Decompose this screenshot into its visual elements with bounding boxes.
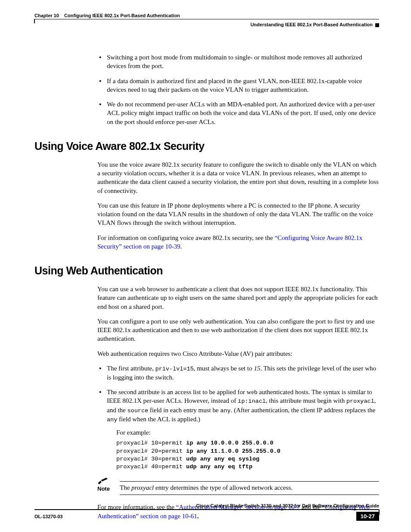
note-rule-after [120, 495, 379, 495]
inline-code: proxyacl [346, 398, 374, 404]
heading-voice-aware: Using Voice Aware 802.1x Security [34, 140, 379, 152]
note-text: The proxyacl entry determines the type o… [120, 483, 379, 492]
running-header: Chapter 10 Configuring IEEE 802.1x Port-… [34, 13, 379, 19]
heading-web-auth: Using Web Authentication [34, 264, 379, 277]
paragraph: You use the voice aware 802.1x security … [97, 160, 379, 195]
inline-code: source [127, 408, 148, 414]
header-rule [34, 19, 379, 19]
note-rule [120, 481, 379, 482]
header-marker-icon [375, 23, 379, 27]
footer-rule [34, 509, 379, 510]
page-footer: Cisco Catalyst Blade Switch 3130 and 303… [34, 503, 379, 521]
paragraph: You can use a web browser to authenticat… [97, 285, 379, 311]
example-lead: For example: [116, 428, 379, 437]
chapter-title: Configuring IEEE 802.1x Port-Based Authe… [64, 13, 180, 18]
note-block: Note The proxyacl entry determines the t… [97, 477, 379, 492]
intro-bullet-list: Switching a port host mode from multidom… [97, 53, 379, 126]
section-header: Understanding IEEE 802.1x Port-Based Aut… [34, 22, 379, 27]
web-bullet-list: The first attribute, priv-lvl=15, must a… [97, 364, 379, 471]
section-title: Understanding IEEE 802.1x Port-Based Aut… [250, 22, 373, 27]
inline-code: ip:inacl [238, 398, 266, 404]
paragraph: You can configure a port to use only web… [97, 317, 379, 343]
page-number: 10-27 [356, 512, 379, 521]
doc-title: Cisco Catalyst Blade Switch 3130 and 303… [34, 503, 379, 509]
doc-id: OL-13270-03 [34, 514, 62, 519]
list-item: If a data domain is authorized first and… [97, 77, 379, 94]
note-pencil-icon [97, 477, 115, 485]
inline-code: any [220, 408, 230, 414]
list-item: We do not recommend per-user ACLs with a… [97, 100, 379, 126]
inline-code: priv-lvl=15 [155, 366, 193, 372]
list-item: The first attribute, priv-lvl=15, must a… [97, 364, 379, 382]
paragraph: You can use this feature in IP phone dep… [97, 201, 379, 227]
note-label: Note [97, 485, 115, 492]
paragraph: Web authentication requires two Cisco At… [97, 349, 379, 358]
inline-code: any [107, 417, 117, 423]
paragraph: For information on configuring voice awa… [97, 233, 379, 251]
list-item: Switching a port host mode from multidom… [97, 53, 379, 71]
code-block: proxyacl# 10=permit ip any 10.0.0.0 255.… [116, 439, 379, 471]
list-item: The second attribute is an access list t… [97, 388, 379, 471]
chapter-label: Chapter 10 [34, 13, 59, 18]
